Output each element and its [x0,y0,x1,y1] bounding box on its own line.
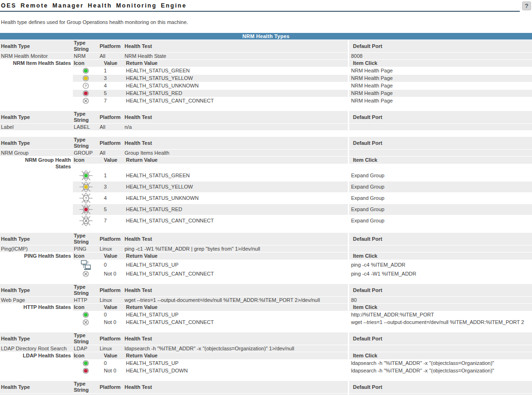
return-value-cell: HEALTH_STATUS_CANT_CONNECT [124,319,348,326]
col-header-type-string: Type String [73,233,99,245]
col-header-item-click: Item Click [349,60,532,67]
health-type-row: Ping(ICMP)PINGLinuxping -c1 -W1 %ITEM_AD… [0,245,532,252]
col-header-item-click: Item Click [349,253,532,260]
state-label-spacer [0,182,73,192]
health-type-row: NRM Health MonitorNRMAllNRM Health State… [0,53,532,59]
state-label-spacer [0,367,73,374]
states-table-label: HTTP Health States [0,304,73,310]
states-table-label: NRM Item Health States [0,60,73,66]
col-header-type-string: Type String [73,40,99,52]
col-header-type-string: Type String [73,332,99,345]
health-test-cell: wget --tries=1 --output-document=/dev/nu… [124,297,348,303]
state-value-cell: 1 [99,67,124,74]
state-label-spacer [0,270,73,277]
item-click-cell: ping -c4 %ITEM_ADDR [349,260,532,270]
return-value-cell: HEALTH_STATUS_CANT_CONNECT [124,270,348,277]
state-value-cell: 5 [99,204,124,215]
item-click-cell: Expand Group [349,170,532,181]
section-gap [0,130,532,136]
health-type-cell: Label [0,124,73,130]
health-test-cell: Group Items Health [124,150,348,156]
return-value-cell: HEALTH_STATUS_GREEN [124,170,348,181]
state-icon-cell [73,260,99,270]
col-header-health-type: Health Type [0,233,73,245]
states-header-row: NRM Item Health StatesIconValueReturn Va… [0,60,532,67]
state-row: 5HEALTH_STATUS_REDNRM Health Page [0,90,532,97]
state-label-spacer [0,67,73,74]
col-header-health-test: Health Test [124,381,348,393]
states-header-row: NRM Group Health StatesIconValueReturn V… [0,157,532,170]
health-type-row: NRM GroupGROUPAllGroup Items Health [0,150,532,156]
page-title: OES Remote Manager Health Monitoring Eng… [0,1,532,9]
yellow-icon [83,75,89,81]
type-string-cell: LABEL [73,124,99,130]
default-port-cell: 8008 [349,53,532,59]
state-icon-cell [73,182,99,192]
health-test-cell: n/a [124,124,348,130]
return-value-cell: HEALTH_STATUS_YELLOW [124,182,348,192]
state-row: 3HEALTH_STATUS_YELLOWExpand Group [0,182,532,192]
health-type-cell: LDAP Directory Root Search [0,345,73,352]
state-icon-cell [73,311,99,318]
state-label-spacer [0,90,73,97]
health-type-row: LabelLABELAlln/a [0,124,532,130]
red-icon [83,90,89,96]
state-icon-cell [73,270,99,277]
item-click-cell: NRM Health Page [349,75,532,82]
item-click-cell: wget --tries=1 --output-document=/dev/nu… [349,319,532,326]
state-value-cell: 7 [99,215,124,226]
help-button[interactable]: ? [522,1,531,10]
col-header-platform: Platform [99,137,124,149]
col-header-health-type: Health Type [0,40,73,52]
cant-connect-icon [83,98,89,104]
state-value-cell: 3 [99,182,124,192]
state-label-spacer [0,75,73,82]
col-header-health-test: Health Test [124,332,348,345]
state-icon-cell [73,360,99,367]
col-header-item-click: Item Click [349,157,532,164]
states-header-row: LDAP Health StatesIconValueReturn ValueI… [0,352,532,359]
col-header-platform: Platform [99,40,124,52]
col-header-platform: Platform [99,381,124,393]
page-header: OES Remote Manager Health Monitoring Eng… [0,1,532,12]
col-header-health-type: Health Type [0,284,73,296]
col-header-health-type: Health Type [0,111,73,123]
title-rule [0,11,520,12]
states-table-label: LDAP Health States [0,352,73,359]
state-icon-cell [73,215,99,226]
state-value-cell: 4 [99,193,124,204]
health-type-section-3: Health TypeType StringPlatformHealth Tes… [0,137,532,226]
item-click-cell: NRM Health Page [349,90,532,97]
state-row: 0HEALTH_STATUS_UPldapsearch -h "%ITEM_AD… [0,360,532,367]
state-label-spacer [0,260,73,270]
state-row: 3HEALTH_STATUS_YELLOWNRM Health Page [0,75,532,82]
state-value-cell: 4 [99,82,124,89]
section-gap [0,104,532,111]
unknown-icon: ? [83,83,89,89]
item-click-cell: ping -c4 -W1 %ITEM_ADDR [349,270,532,277]
platform-cell: All [99,124,124,130]
column-header-row: Health TypeType StringPlatformHealth Tes… [0,332,532,345]
health-type-cell: Ping(ICMP) [0,245,73,252]
state-label-spacer [0,193,73,204]
return-value-cell: HEALTH_STATUS_RED [124,204,348,215]
default-port-cell [349,345,532,352]
state-label-spacer [0,215,73,226]
item-click-cell: ldapsearch -h "%ITEM_ADDR" -x "(objectcl… [349,367,532,374]
col-header-type-string: Type String [73,111,99,123]
col-header-value: Value [99,304,124,311]
cant-connect-icon [83,319,89,325]
col-header-icon: Icon [73,253,99,260]
col-header-default-port: Default Port [349,381,532,393]
col-header-icon: Icon [73,352,99,359]
state-icon-cell [73,75,99,82]
col-header-default-port: Default Port [349,233,532,245]
column-header-row: Health TypeType StringPlatformHealth Tes… [0,111,532,123]
red-icon [79,204,93,215]
state-value-cell: 1 [99,170,124,181]
col-header-platform: Platform [99,233,124,245]
state-icon-cell [73,170,99,181]
default-port-cell [349,150,532,156]
green-icon [83,360,89,366]
state-value-cell: 0 [99,360,124,367]
